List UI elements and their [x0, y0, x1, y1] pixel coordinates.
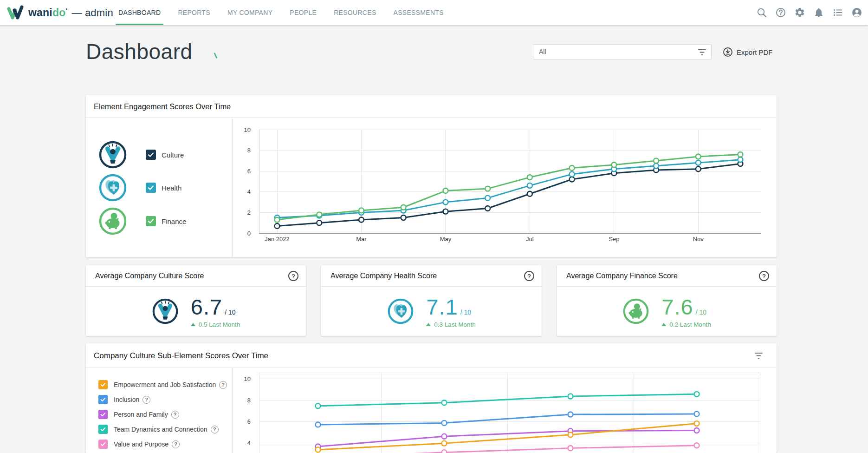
svg-text:10: 10 [244, 126, 251, 133]
svg-text:4: 4 [247, 440, 251, 446]
tab-assessments[interactable]: ASSESSMENTS [393, 0, 445, 25]
score-delta: 0.3 Last Month [426, 321, 475, 328]
tab-resources[interactable]: RESOURCES [333, 0, 377, 25]
brand-suffix: — admin [71, 7, 113, 19]
engagement-card-title: Element Engagement Scores Over Time [86, 95, 777, 118]
score-delta: 0.2 Last Month [661, 321, 711, 328]
average-company-finance-score-card: Average Company Finance Score? 7.6/ 100.… [557, 265, 777, 336]
nav-actions [756, 0, 862, 25]
help-icon[interactable]: ? [759, 271, 769, 281]
score-card-title: Average Company Culture Score? [86, 265, 306, 287]
tab-reports[interactable]: REPORTS [177, 0, 211, 25]
score-value: 7.6 [661, 294, 693, 320]
svg-text:Mar: Mar [356, 236, 367, 243]
help-icon[interactable] [775, 7, 786, 18]
tab-dashboard[interactable]: DASHBOARD [117, 0, 162, 25]
svg-text:6: 6 [247, 418, 251, 425]
export-pdf-button[interactable]: Export PDF [723, 46, 773, 58]
score-card-title: Average Company Finance Score? [557, 265, 777, 287]
up-arrow-icon [426, 323, 431, 326]
top-nav: wanido— admin DASHBOARDREPORTSMY COMPANY… [0, 0, 868, 25]
svg-text:Sep: Sep [609, 236, 619, 243]
svg-text:Jul: Jul [526, 236, 534, 243]
engagement-chart: 108642Jan 2022MarMayJulSepNov0 [86, 118, 777, 257]
score-value: 7.1 [426, 294, 458, 320]
download-icon [723, 47, 733, 57]
up-arrow-icon [661, 323, 666, 326]
wanido-logo-icon [6, 5, 24, 20]
export-pdf-label: Export PDF [737, 48, 773, 56]
subelement-card: Company Culture Sub-Element Scores Over … [86, 343, 777, 453]
engagement-card: Element Engagement Scores Over Time Cult… [86, 95, 777, 257]
average-company-culture-score-card: Average Company Culture Score? 6.7/ 100.… [86, 265, 306, 336]
subelement-card-header: Company Culture Sub-Element Scores Over … [86, 343, 777, 368]
settings-icon[interactable] [794, 7, 805, 18]
svg-text:8: 8 [247, 397, 251, 404]
brand-name: wanido— admin [28, 7, 113, 19]
up-arrow-icon [191, 323, 195, 326]
subelement-chart: 10864 [86, 368, 777, 453]
filter-select-value: All [539, 45, 546, 59]
title-tick-mark [214, 53, 217, 59]
brand-logo[interactable]: wanido— admin [6, 0, 113, 25]
svg-text:6: 6 [247, 168, 251, 175]
help-icon[interactable]: ? [524, 271, 534, 281]
page-title: Dashboard [86, 39, 193, 64]
score-denominator: / 10 [460, 309, 471, 316]
svg-text:0: 0 [247, 230, 251, 237]
search-icon[interactable] [756, 7, 767, 18]
filter-select[interactable]: All [533, 44, 712, 59]
finance-icon [622, 298, 649, 325]
svg-text:Jan 2022: Jan 2022 [265, 236, 290, 243]
svg-text:10: 10 [244, 375, 251, 382]
filter-icon [698, 49, 706, 55]
score-cards-row: Average Company Culture Score? 6.7/ 100.… [86, 265, 777, 336]
svg-text:8: 8 [247, 147, 251, 154]
filter-icon[interactable] [755, 353, 763, 359]
score-denominator: / 10 [696, 309, 706, 316]
help-icon[interactable]: ? [288, 271, 298, 281]
notifications-icon[interactable] [813, 7, 824, 18]
subelement-card-title: Company Culture Sub-Element Scores Over … [94, 351, 268, 360]
culture-icon [152, 298, 179, 325]
svg-text:May: May [440, 236, 452, 243]
tab-people[interactable]: PEOPLE [289, 0, 317, 25]
score-denominator: / 10 [225, 309, 235, 316]
list-icon[interactable] [832, 7, 843, 18]
svg-text:4: 4 [247, 188, 251, 195]
svg-text:Nov: Nov [693, 236, 704, 243]
average-company-health-score-card: Average Company Health Score? 7.1/ 100.3… [321, 265, 542, 336]
tab-my-company[interactable]: MY COMPANY [227, 0, 273, 25]
svg-text:2: 2 [247, 209, 251, 216]
dashboard-page: wanido— admin DASHBOARDREPORTSMY COMPANY… [0, 0, 868, 453]
account-icon[interactable] [851, 7, 862, 18]
nav-tabs: DASHBOARDREPORTSMY COMPANYPEOPLERESOURCE… [117, 0, 445, 25]
score-delta: 0.5 Last Month [191, 321, 240, 328]
health-icon [387, 298, 414, 325]
score-value: 6.7 [191, 294, 222, 320]
score-card-title: Average Company Health Score? [321, 265, 542, 287]
